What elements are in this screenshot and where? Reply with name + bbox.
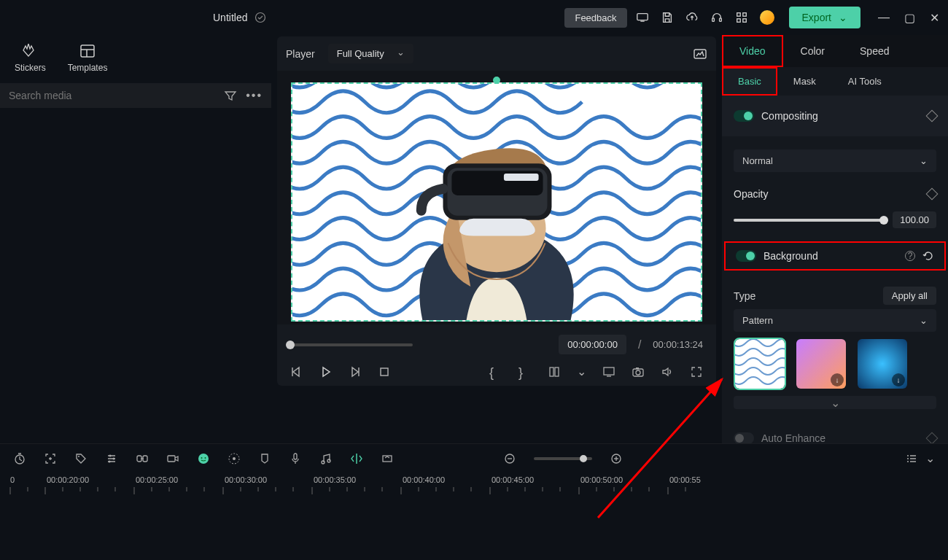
focus-icon[interactable] — [44, 452, 57, 465]
svg-rect-21 — [550, 368, 553, 376]
compositing-toggle[interactable] — [734, 110, 754, 122]
svg-rect-8 — [742, 19, 746, 23]
svg-point-33 — [109, 460, 111, 462]
volume-icon[interactable] — [661, 365, 674, 378]
bg-type-select[interactable]: Pattern⌄ — [734, 309, 936, 332]
svg-point-32 — [113, 457, 115, 459]
search-input[interactable] — [9, 90, 224, 101]
split-icon[interactable] — [350, 452, 363, 465]
opacity-keyframe[interactable] — [926, 188, 939, 201]
link-icon[interactable] — [136, 452, 149, 465]
ai-face-icon[interactable] — [197, 452, 210, 465]
tab-video[interactable]: Video — [722, 35, 783, 67]
mark-in-icon[interactable]: { — [489, 365, 502, 378]
snapshot-icon[interactable] — [693, 47, 707, 61]
apply-all-button[interactable]: Apply all — [883, 287, 936, 305]
title-bar: Untitled Feedback Export⌄ — ▢ ✕ — [0, 0, 948, 35]
list-dropdown-icon[interactable]: ⌄ — [925, 451, 935, 465]
stop-button[interactable] — [378, 365, 391, 378]
rotate-handle[interactable] — [493, 77, 500, 84]
prev-frame-button[interactable] — [290, 365, 303, 378]
ruler-mark: 00:00:55 — [669, 475, 713, 484]
compositing-keyframe[interactable] — [926, 110, 939, 122]
record-icon[interactable] — [166, 452, 179, 465]
auto-enhance-toggle[interactable] — [734, 432, 754, 443]
preview-canvas[interactable] — [291, 82, 702, 322]
music-icon[interactable] — [319, 452, 333, 465]
opacity-slider[interactable] — [734, 219, 884, 222]
save-icon[interactable] — [661, 11, 674, 24]
close-button[interactable]: ✕ — [930, 11, 939, 25]
next-clip-button[interactable] — [349, 365, 362, 378]
sync-status-icon — [255, 12, 266, 23]
background-toggle[interactable] — [736, 250, 756, 262]
tab-speed[interactable]: Speed — [842, 35, 906, 67]
tab-color[interactable]: Color — [783, 35, 842, 67]
adjust-icon[interactable] — [105, 452, 118, 465]
mark-out-icon[interactable]: } — [518, 365, 532, 378]
download-icon: ↓ — [831, 373, 844, 386]
expand-patterns[interactable]: ⌄ — [734, 396, 936, 409]
ruler-mark: 00:00:35:00 — [314, 475, 403, 484]
ruler-mark: 00:00:30:00 — [225, 475, 314, 484]
marker-icon[interactable] — [258, 452, 271, 465]
stickers-tab[interactable]: Stickers — [15, 44, 46, 73]
tag-icon[interactable] — [74, 452, 88, 465]
minimize-button[interactable]: — — [878, 11, 890, 25]
svg-rect-20 — [381, 368, 388, 376]
stickers-icon — [21, 44, 39, 58]
device-icon[interactable] — [636, 11, 649, 24]
sparkle-icon[interactable] — [228, 452, 241, 465]
center-panel: Player Full Quality — [271, 35, 722, 443]
play-button[interactable] — [319, 365, 333, 378]
more-icon[interactable]: ••• — [246, 89, 263, 102]
zoom-in-icon[interactable] — [610, 452, 623, 465]
templates-tab[interactable]: Templates — [68, 44, 108, 73]
aspect-icon[interactable] — [381, 452, 394, 465]
svg-point-26 — [636, 370, 640, 375]
ruler-mark: 00:00:25:00 — [136, 475, 225, 484]
crop-dropdown-icon[interactable]: ⌄ — [577, 365, 586, 378]
subtab-basic[interactable]: Basic — [722, 67, 777, 96]
feedback-button[interactable]: Feedback — [564, 8, 626, 28]
svg-rect-27 — [636, 368, 639, 369]
zoom-out-icon[interactable] — [503, 452, 516, 465]
total-time: 00:00:13:24 — [653, 339, 703, 350]
fullscreen-icon[interactable] — [690, 365, 703, 378]
filter-icon[interactable] — [224, 89, 237, 102]
stickers-label: Stickers — [15, 63, 46, 73]
seek-slider[interactable] — [290, 343, 413, 346]
zoom-slider[interactable] — [534, 457, 592, 460]
background-reset-icon[interactable] — [922, 250, 934, 262]
svg-point-31 — [109, 454, 112, 456]
display-icon[interactable] — [602, 365, 615, 378]
pattern-wavy[interactable] — [735, 339, 785, 389]
cloud-upload-icon[interactable] — [685, 11, 699, 24]
blend-mode-select[interactable]: Normal⌄ — [734, 149, 936, 172]
background-label: Background — [764, 250, 898, 262]
opacity-value[interactable]: 100.00 — [893, 211, 936, 228]
svg-rect-1 — [637, 14, 647, 20]
timer-icon[interactable] — [13, 452, 26, 465]
right-panel: Video Color Speed Basic Mask AI Tools Co… — [722, 35, 948, 443]
camera-icon[interactable] — [632, 365, 645, 378]
pattern-wave-blue[interactable]: ↓ — [858, 339, 907, 389]
subtab-ai-tools[interactable]: AI Tools — [832, 67, 898, 96]
auto-enhance-keyframe[interactable] — [926, 432, 939, 443]
background-help-icon[interactable]: ? — [905, 251, 915, 261]
list-view-icon[interactable] — [905, 452, 918, 465]
subtab-mask[interactable]: Mask — [777, 67, 832, 96]
crop-icon[interactable] — [548, 365, 561, 378]
svg-rect-4 — [719, 18, 721, 22]
mic-icon[interactable] — [289, 452, 302, 465]
profile-avatar[interactable] — [760, 10, 774, 25]
apps-grid-icon[interactable] — [735, 11, 748, 24]
quality-select[interactable]: Full Quality — [328, 44, 413, 63]
timeline-ruler[interactable]: 0 00:00:20:00 00:00:25:00 00:00:30:00 00… — [0, 472, 948, 484]
export-button[interactable]: Export⌄ — [789, 7, 860, 28]
svg-point-40 — [205, 457, 206, 459]
maximize-button[interactable]: ▢ — [904, 11, 915, 25]
headset-icon[interactable] — [710, 11, 723, 24]
svg-rect-23 — [604, 368, 614, 375]
pattern-gradient[interactable]: ↓ — [796, 339, 846, 389]
